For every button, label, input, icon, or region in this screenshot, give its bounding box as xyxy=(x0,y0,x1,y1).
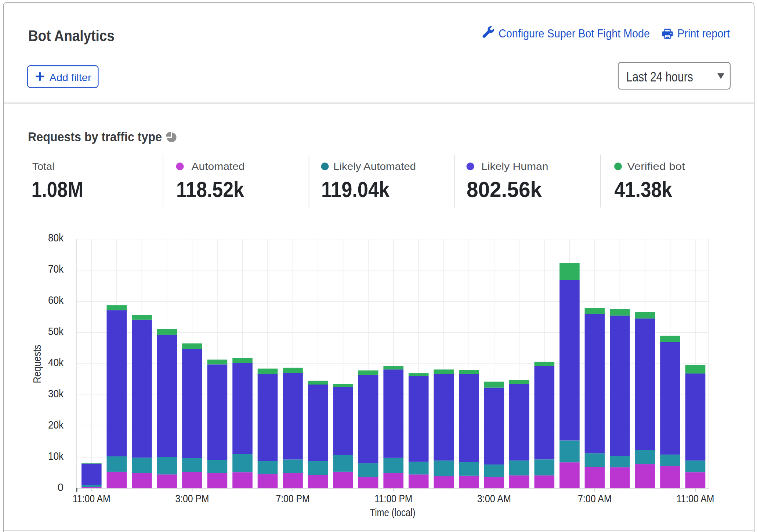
svg-text:7:00 AM: 7:00 AM xyxy=(578,492,612,504)
svg-text:80k: 80k xyxy=(48,232,64,244)
svg-text:11:00 AM: 11:00 AM xyxy=(73,492,111,504)
svg-text:60k: 60k xyxy=(48,294,64,306)
svg-text:Automated: Automated xyxy=(192,161,245,172)
svg-text:3:00 PM: 3:00 PM xyxy=(175,492,209,504)
svg-text:0: 0 xyxy=(58,481,64,493)
svg-text:7:00 PM: 7:00 PM xyxy=(276,492,310,504)
svg-text:118.52k: 118.52k xyxy=(176,178,244,202)
svg-text:20k: 20k xyxy=(48,419,64,431)
svg-text:40k: 40k xyxy=(48,357,64,368)
svg-text:11:00 AM: 11:00 AM xyxy=(677,492,714,504)
svg-text:Likely Human: Likely Human xyxy=(481,161,548,172)
svg-text:Requests: Requests xyxy=(31,345,43,383)
svg-text:11:00 PM: 11:00 PM xyxy=(374,492,412,504)
svg-text:Last 24 hours: Last 24 hours xyxy=(626,69,693,84)
svg-text:Likely Automated: Likely Automated xyxy=(333,161,416,172)
svg-text:Print report: Print report xyxy=(677,27,730,40)
svg-text:41.38k: 41.38k xyxy=(615,178,673,202)
svg-text:802.56k: 802.56k xyxy=(467,178,542,202)
svg-text:119.04k: 119.04k xyxy=(321,178,390,202)
svg-text:50k: 50k xyxy=(48,325,64,337)
svg-text:Add filter: Add filter xyxy=(50,72,91,83)
svg-text:30k: 30k xyxy=(48,388,64,400)
svg-text:70k: 70k xyxy=(48,263,64,275)
svg-text:Total: Total xyxy=(32,161,55,172)
svg-text:Bot Analytics: Bot Analytics xyxy=(28,27,115,44)
svg-text:3:00 AM: 3:00 AM xyxy=(477,492,511,504)
svg-text:10k: 10k xyxy=(48,450,64,462)
svg-text:Requests by traffic type: Requests by traffic type xyxy=(28,130,162,144)
svg-text:Verified bot: Verified bot xyxy=(627,161,685,172)
svg-text:Configure Super Bot Fight Mode: Configure Super Bot Fight Mode xyxy=(499,27,650,40)
svg-text:Time (local): Time (local) xyxy=(370,507,416,518)
svg-text:1.08M: 1.08M xyxy=(31,178,83,202)
